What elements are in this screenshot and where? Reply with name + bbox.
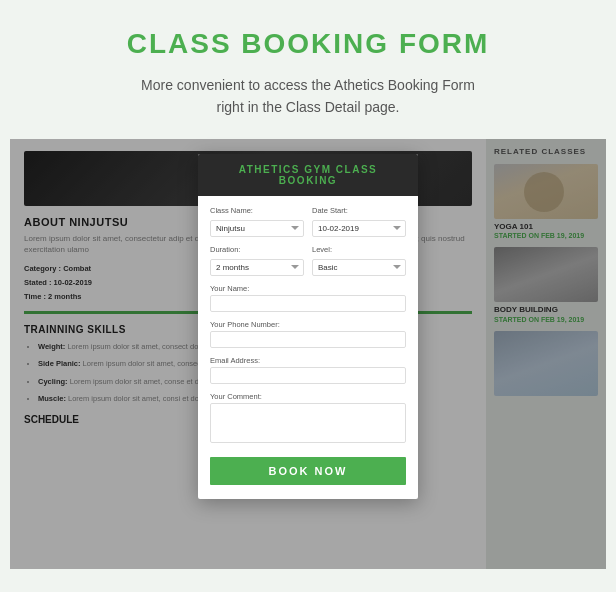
form-row-class-date: Class Name: Ninjutsu Yoga 101 Body Build… bbox=[210, 206, 406, 237]
modal-overlay: ATHETICS GYM CLASS BOOKING Class Name: N… bbox=[10, 139, 606, 569]
level-label: Level: bbox=[312, 245, 406, 254]
date-start-label: Date Start: bbox=[312, 206, 406, 215]
your-name-input[interactable] bbox=[210, 295, 406, 312]
email-input[interactable] bbox=[210, 367, 406, 384]
duration-select[interactable]: 2 months 1 month 3 months bbox=[210, 259, 304, 276]
class-name-select[interactable]: Ninjutsu Yoga 101 Body Building bbox=[210, 220, 304, 237]
form-group-phone: Your Phone Number: bbox=[210, 320, 406, 348]
form-group-name: Your Name: bbox=[210, 284, 406, 312]
modal-header: ATHETICS GYM CLASS BOOKING bbox=[198, 154, 418, 196]
form-group-email: Email Address: bbox=[210, 356, 406, 384]
form-group-class: Class Name: Ninjutsu Yoga 101 Body Build… bbox=[210, 206, 304, 237]
form-row-duration-level: Duration: 2 months 1 month 3 months Leve… bbox=[210, 245, 406, 276]
page-title: CLASS BOOKING FORM bbox=[40, 28, 576, 60]
comment-textarea[interactable] bbox=[210, 403, 406, 443]
booking-modal: ATHETICS GYM CLASS BOOKING Class Name: N… bbox=[198, 154, 418, 499]
phone-input[interactable] bbox=[210, 331, 406, 348]
date-start-select[interactable]: 10-02-2019 bbox=[312, 220, 406, 237]
form-group-duration: Duration: 2 months 1 month 3 months bbox=[210, 245, 304, 276]
content-area: ABOUT NINJUTSU Lorem ipsum dolor sit ame… bbox=[10, 139, 606, 569]
level-select[interactable]: Basic Intermediate Advanced bbox=[312, 259, 406, 276]
comment-label: Your Comment: bbox=[210, 392, 406, 401]
duration-label: Duration: bbox=[210, 245, 304, 254]
subtitle: More convenient to access the Athetics B… bbox=[40, 74, 576, 119]
your-name-label: Your Name: bbox=[210, 284, 406, 293]
class-name-label: Class Name: bbox=[210, 206, 304, 215]
modal-brand: ATHETICS bbox=[239, 164, 300, 175]
header-section: CLASS BOOKING FORM More convenient to ac… bbox=[0, 0, 616, 139]
book-now-button[interactable]: BOOK NOW bbox=[210, 457, 406, 485]
form-group-date: Date Start: 10-02-2019 bbox=[312, 206, 406, 237]
email-label: Email Address: bbox=[210, 356, 406, 365]
phone-label: Your Phone Number: bbox=[210, 320, 406, 329]
modal-body: Class Name: Ninjutsu Yoga 101 Body Build… bbox=[198, 196, 418, 499]
form-group-level: Level: Basic Intermediate Advanced bbox=[312, 245, 406, 276]
